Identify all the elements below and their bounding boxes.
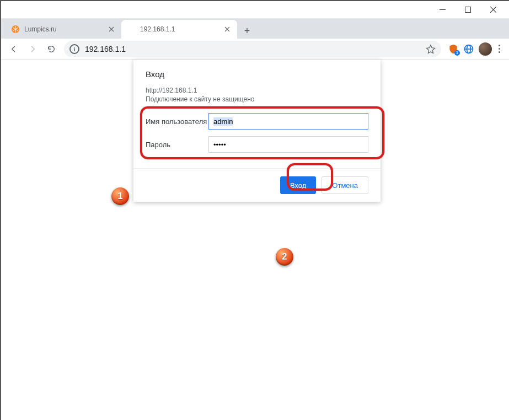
auth-dialog: Вход http://192.168.1.1 Подключение к са… bbox=[133, 60, 381, 202]
username-input[interactable] bbox=[208, 113, 368, 130]
cancel-button[interactable]: Отмена bbox=[322, 176, 368, 194]
dialog-title: Вход bbox=[146, 69, 368, 79]
toolbar-right: 1 bbox=[446, 42, 505, 56]
window-maximize-button[interactable] bbox=[455, 2, 480, 18]
password-label: Пароль bbox=[146, 141, 208, 149]
profile-avatar[interactable] bbox=[479, 42, 492, 56]
tab-close-icon[interactable] bbox=[107, 25, 116, 34]
address-bar[interactable]: i 192.168.1.1 bbox=[64, 41, 441, 57]
username-label: Имя пользователя bbox=[146, 117, 208, 126]
browser-tab-router[interactable]: 192.168.1.1 bbox=[121, 20, 237, 39]
extension-globe-icon[interactable] bbox=[463, 44, 474, 55]
site-info-icon[interactable]: i bbox=[69, 44, 79, 54]
favicon-orange-icon bbox=[11, 25, 20, 34]
annotation-marker-1: 1 bbox=[111, 187, 129, 205]
nav-reload-button[interactable] bbox=[43, 41, 60, 57]
window-minimize-button[interactable] bbox=[430, 2, 455, 18]
svg-rect-1 bbox=[465, 7, 470, 13]
extension-shield-icon[interactable]: 1 bbox=[448, 44, 459, 55]
window-close-button[interactable] bbox=[480, 2, 506, 18]
tab-label: Lumpics.ru bbox=[24, 25, 103, 33]
favicon-default-icon bbox=[127, 25, 136, 34]
tab-close-icon[interactable] bbox=[223, 25, 232, 34]
browser-toolbar: i 192.168.1.1 1 bbox=[1, 39, 509, 60]
address-url: 192.168.1.1 bbox=[85, 45, 420, 53]
dialog-warning: Подключение к сайту не защищено bbox=[146, 95, 368, 103]
browser-tab-lumpics[interactable]: Lumpics.ru bbox=[6, 20, 121, 39]
nav-back-button[interactable] bbox=[6, 41, 22, 57]
password-input[interactable] bbox=[208, 136, 368, 153]
dialog-origin: http://192.168.1.1 bbox=[146, 87, 368, 94]
browser-tabstrip: Lumpics.ru 192.168.1.1 + bbox=[1, 19, 509, 39]
new-tab-button[interactable]: + bbox=[239, 23, 255, 39]
window-titlebar bbox=[1, 1, 509, 19]
extension-badge: 1 bbox=[454, 50, 460, 56]
browser-menu-button[interactable] bbox=[496, 42, 502, 55]
tab-label: 192.168.1.1 bbox=[140, 25, 218, 33]
page-viewport: Вход http://192.168.1.1 Подключение к са… bbox=[1, 60, 509, 420]
bookmark-star-icon[interactable] bbox=[426, 44, 436, 54]
login-button[interactable]: Вход bbox=[280, 176, 316, 194]
annotation-marker-2: 2 bbox=[276, 248, 293, 266]
nav-forward-button[interactable] bbox=[24, 41, 41, 57]
